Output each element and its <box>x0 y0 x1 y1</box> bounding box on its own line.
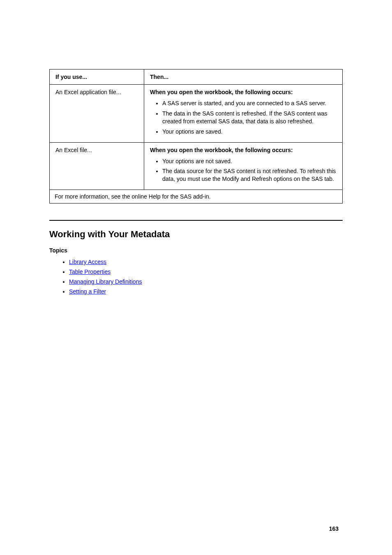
cell-result-list: A SAS server is started, and you are con… <box>150 99 337 136</box>
topics-list: Library Access Table Properties Managing… <box>49 259 343 295</box>
conditions-table: If you use... Then... An Excel applicati… <box>49 69 343 204</box>
section-divider <box>49 220 343 221</box>
table-header-then: Then... <box>144 69 343 85</box>
topic-link-managing-library-definitions[interactable]: Managing Library Definitions <box>69 278 142 285</box>
topic-link-library-access[interactable]: Library Access <box>69 259 106 265</box>
list-item: A SAS server is started, and you are con… <box>162 99 337 107</box>
cell-result-title: When you open the workbook, the followin… <box>150 89 337 95</box>
cell-result-title: When you open the workbook, the followin… <box>150 147 337 153</box>
cell-result: When you open the workbook, the followin… <box>144 85 343 143</box>
section-title: Working with Your Metadata <box>49 229 343 240</box>
table-footer-text: For more information, see the online Hel… <box>50 190 343 204</box>
cell-result: When you open the workbook, the followin… <box>144 142 343 190</box>
cell-condition: An Excel file... <box>50 142 144 190</box>
table-header-if: If you use... <box>50 69 144 85</box>
list-item: Setting a Filter <box>69 288 343 295</box>
table-row-footer: For more information, see the online Hel… <box>50 190 343 204</box>
cell-condition: An Excel application file... <box>50 85 144 143</box>
table-row: An Excel application file... When you op… <box>50 85 343 143</box>
list-item: The data in the SAS content is refreshed… <box>162 110 337 125</box>
list-item: Your options are not saved. <box>162 157 337 165</box>
list-item: Managing Library Definitions <box>69 278 343 285</box>
topic-link-setting-a-filter[interactable]: Setting a Filter <box>69 288 106 295</box>
cell-result-list: Your options are not saved. The data sou… <box>150 157 337 183</box>
topics-heading: Topics <box>49 247 343 254</box>
list-item: Table Properties <box>69 268 343 275</box>
table-row: An Excel file... When you open the workb… <box>50 142 343 190</box>
page-number: 163 <box>329 525 339 532</box>
list-item: Your options are saved. <box>162 128 337 136</box>
list-item: Library Access <box>69 259 343 265</box>
topic-link-table-properties[interactable]: Table Properties <box>69 268 111 275</box>
list-item: The data source for the SAS content is n… <box>162 167 337 183</box>
